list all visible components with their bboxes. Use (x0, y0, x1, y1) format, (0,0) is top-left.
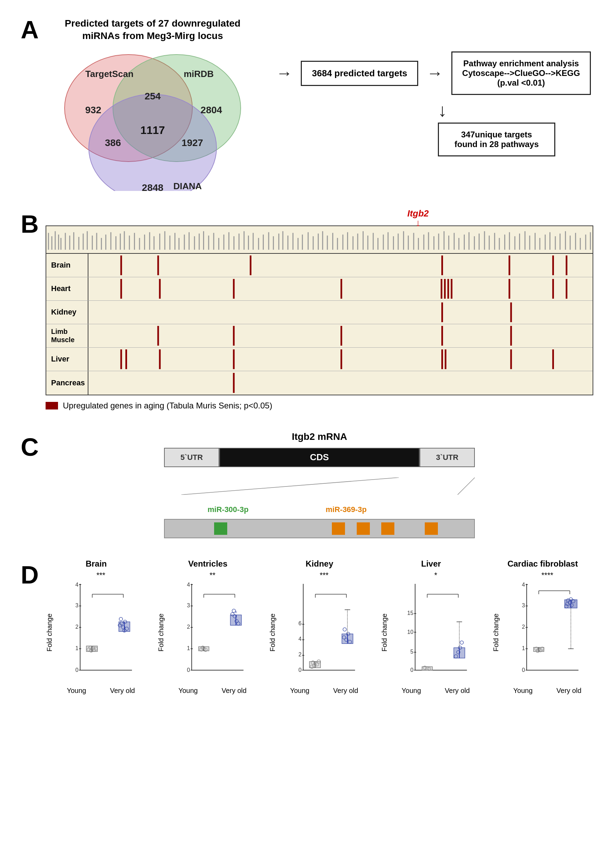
svg-rect-52 (239, 233, 240, 250)
svg-rect-110 (529, 236, 530, 250)
pancreas-row: Pancreas (46, 371, 592, 395)
svg-rect-60 (278, 233, 279, 250)
svg-rect-58 (268, 232, 269, 250)
svg-rect-153 (441, 349, 443, 369)
svg-rect-53 (243, 231, 245, 250)
svg-rect-32 (139, 238, 140, 250)
svg-rect-113 (544, 234, 546, 250)
brain-young-label: Young (67, 687, 86, 695)
svg-rect-18 (73, 232, 74, 250)
pancreas-content (88, 371, 592, 395)
svg-rect-33 (144, 234, 145, 250)
svg-rect-14 (58, 234, 59, 250)
svg-text:0: 0 (410, 667, 413, 673)
svg-rect-87 (413, 233, 414, 250)
svg-text:3: 3 (75, 603, 78, 608)
svg-text:0: 0 (522, 667, 525, 673)
svg-rect-128 (552, 256, 554, 275)
svg-rect-54 (248, 236, 249, 250)
svg-text:3: 3 (522, 603, 525, 608)
pancreas-label: Pancreas (46, 378, 88, 388)
svg-rect-104 (499, 238, 500, 250)
svg-text:0: 0 (299, 667, 302, 673)
svg-rect-80 (377, 238, 378, 250)
svg-rect-73 (342, 234, 343, 250)
svg-rect-29 (124, 231, 125, 250)
svg-text:254: 254 (145, 91, 161, 102)
svg-rect-107 (514, 236, 515, 250)
brain-old-label: Very old (110, 687, 135, 695)
cardiac-fibroblast-chart: Cardiac fibroblast Fold change **** 0 1 (492, 559, 593, 695)
svg-text:6: 6 (299, 620, 302, 626)
svg-rect-75 (353, 236, 354, 250)
panel-c-label: C (21, 435, 39, 460)
svg-text:1: 1 (187, 645, 190, 651)
svg-rect-88 (418, 238, 419, 250)
svg-rect-108 (519, 233, 520, 250)
svg-rect-83 (393, 236, 394, 250)
kidney-row: Kidney (46, 301, 592, 324)
svg-rect-97 (464, 234, 465, 250)
cardiac-old-label: Very old (556, 687, 581, 695)
svg-rect-98 (468, 232, 470, 250)
svg-text:2804: 2804 (201, 105, 222, 115)
svg-rect-78 (367, 236, 369, 250)
svg-rect-59 (273, 236, 274, 250)
heart-label: Heart (46, 284, 88, 293)
svg-rect-105 (504, 234, 505, 250)
svg-rect-156 (552, 349, 554, 369)
cardiac-fibroblast-chart-title: Cardiac fibroblast (507, 559, 578, 569)
svg-rect-49 (223, 234, 225, 250)
svg-rect-268 (422, 667, 433, 670)
brain-content (88, 254, 592, 277)
mrna-diagram: 5`UTR CDS 3`UTR miR-300-3p (46, 448, 593, 538)
svg-rect-126 (441, 256, 443, 275)
svg-text:0: 0 (75, 667, 78, 673)
svg-rect-77 (363, 231, 364, 250)
legend-text: Upregulated genes in aging (Tabula Muris… (63, 401, 272, 411)
brain-row: Brain (46, 254, 592, 277)
svg-rect-24 (101, 238, 102, 250)
svg-text:0: 0 (187, 667, 190, 673)
svg-rect-144 (233, 326, 235, 346)
svg-text:2: 2 (522, 624, 525, 630)
flow-diagram: → 3684 predicted targets → Pathway enric… (260, 48, 593, 160)
liver-old-label: Very old (445, 687, 470, 695)
svg-rect-120 (580, 238, 581, 250)
svg-rect-81 (383, 234, 384, 250)
svg-rect-135 (444, 279, 446, 299)
svg-rect-46 (208, 236, 209, 250)
svg-rect-152 (341, 349, 342, 369)
svg-rect-13 (54, 231, 56, 250)
svg-point-247 (343, 628, 347, 631)
box-347: 347unique targetsfound in 28 pathways (438, 122, 555, 157)
liver-chart: Liver Fold change * 0 5 (381, 559, 482, 695)
utr3-box: 3`UTR (420, 448, 475, 467)
liver-young-label: Young (402, 687, 421, 695)
arrow-3: ↓ (438, 101, 555, 119)
kidney-chart: Kidney Fold change *** 0 2 (269, 559, 370, 695)
svg-text:+: + (234, 609, 237, 615)
mrna-top-bar: 5`UTR CDS 3`UTR (164, 448, 475, 467)
limb-muscle-label: LimbMuscle (46, 327, 88, 344)
svg-rect-150 (159, 349, 161, 369)
svg-rect-20 (82, 233, 84, 250)
svg-rect-42 (189, 232, 189, 250)
svg-rect-136 (448, 279, 449, 299)
svg-rect-16 (65, 233, 66, 250)
arrow-1: → (276, 65, 293, 82)
upset-plot: Brain Hea (46, 225, 593, 395)
svg-text:1117: 1117 (140, 124, 165, 136)
panel-d-label: D (21, 563, 39, 587)
svg-rect-36 (159, 233, 160, 250)
ventricles-y-label: Fold change (157, 614, 165, 651)
svg-rect-148 (120, 349, 122, 369)
svg-rect-92 (438, 233, 439, 250)
svg-point-190 (119, 617, 122, 621)
svg-rect-15 (60, 238, 62, 250)
box-pathway: Pathway enrichment analysisCytoscape-->C… (451, 51, 591, 95)
svg-rect-25 (105, 234, 106, 250)
svg-rect-41 (184, 234, 185, 250)
panel-b-label: B (21, 212, 39, 237)
targetscan-label: TargetScan (85, 69, 133, 79)
